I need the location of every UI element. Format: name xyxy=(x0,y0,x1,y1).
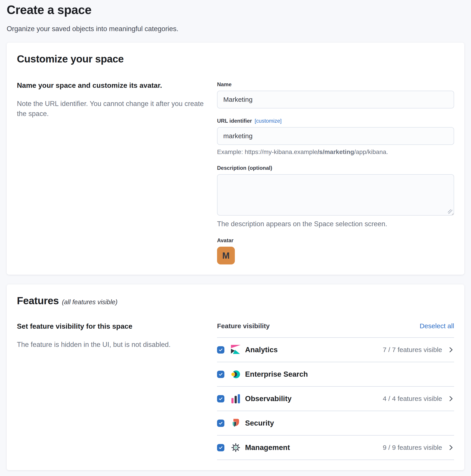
url-example-suffix: /app/kibana. xyxy=(354,149,388,155)
url-identifier-input[interactable] xyxy=(217,127,454,145)
avatar-field-group: Avatar M xyxy=(217,237,454,264)
check-icon xyxy=(218,445,223,450)
feature-row-security: Security xyxy=(217,411,454,435)
name-label: Name xyxy=(217,81,454,87)
check-icon xyxy=(218,372,223,377)
feature-list-column: Feature visibility Deselect all xyxy=(217,322,454,460)
feature-row-analytics[interactable]: Analytics 7 / 7 features visible xyxy=(217,338,454,362)
feature-count: 4 / 4 features visible xyxy=(383,395,442,402)
management-checkbox[interactable] xyxy=(217,444,224,451)
page-subtitle: Organize your saved objects into meaning… xyxy=(7,25,464,33)
customize-space-panel: Customize your space Name your space and… xyxy=(7,43,464,275)
features-title-note: (all features visible) xyxy=(62,298,118,306)
description-help: The description appears on the Space sel… xyxy=(217,220,454,228)
url-identifier-label: URL identifier xyxy=(217,118,252,124)
description-label: Description (optional) xyxy=(217,165,454,171)
url-example-bold: /s/marketing xyxy=(317,149,354,155)
feature-row-enterprise-search: Enterprise Search xyxy=(217,362,454,386)
security-checkbox[interactable] xyxy=(217,420,224,427)
chevron-right-icon[interactable] xyxy=(448,395,454,402)
feature-count: 7 / 7 features visible xyxy=(383,346,442,354)
security-shield-icon xyxy=(231,418,241,428)
customize-section-description: Note the URL identifier. You cannot chan… xyxy=(17,99,204,119)
enterprise-search-checkbox[interactable] xyxy=(217,371,224,378)
create-space-page: Create a space Organize your saved objec… xyxy=(0,0,471,470)
kibana-analytics-icon xyxy=(231,345,241,355)
observability-checkbox[interactable] xyxy=(217,395,224,402)
description-textarea[interactable] xyxy=(217,174,454,216)
avatar[interactable]: M xyxy=(217,247,235,264)
feature-row-observability[interactable]: Observability 4 / 4 features visible xyxy=(217,387,454,411)
feature-count: 9 / 9 features visible xyxy=(383,444,442,451)
management-gear-icon xyxy=(231,443,241,453)
avatar-label: Avatar xyxy=(217,237,454,244)
feature-row-management[interactable]: Management 9 / 9 features visible xyxy=(217,436,454,459)
check-icon xyxy=(218,396,223,401)
chevron-right-icon[interactable] xyxy=(448,347,454,353)
enterprise-search-icon xyxy=(231,369,241,379)
url-example-help: Example: https://my-kibana.example/s/mar… xyxy=(217,149,454,155)
url-field-group: URL identifier [customize] Example: http… xyxy=(217,118,454,155)
analytics-checkbox[interactable] xyxy=(217,346,224,354)
features-description-column: Set feature visibility for this space Th… xyxy=(17,322,217,460)
deselect-all-link[interactable]: Deselect all xyxy=(420,322,454,330)
feature-label: Security xyxy=(245,419,448,427)
chevron-right-icon[interactable] xyxy=(448,444,454,451)
features-section-description: The feature is hidden in the UI, but is … xyxy=(17,340,204,350)
features-panel-title: Features(all features visible) xyxy=(17,295,454,307)
feature-label: Management xyxy=(245,443,383,452)
name-field-group: Name xyxy=(217,81,454,108)
features-panel: Features(all features visible) Set featu… xyxy=(7,285,464,470)
feature-label: Analytics xyxy=(245,346,383,354)
observability-icon xyxy=(231,394,241,404)
features-title-text: Features xyxy=(17,295,59,306)
check-icon xyxy=(218,348,223,352)
divider xyxy=(217,459,454,460)
check-icon xyxy=(218,421,223,425)
customize-section-title: Name your space and customize its avatar… xyxy=(17,81,204,89)
space-name-input[interactable] xyxy=(217,91,454,108)
description-field-group: Description (optional) The description a… xyxy=(217,165,454,228)
customize-form-column: Name URL identifier [customize] Example:… xyxy=(217,81,454,264)
feature-visibility-header: Feature visibility xyxy=(217,322,270,330)
features-section-title: Set feature visibility for this space xyxy=(17,322,204,330)
url-example-prefix: Example: https://my-kibana.example xyxy=(217,149,317,155)
feature-label: Enterprise Search xyxy=(245,370,448,378)
customize-description-column: Name your space and customize its avatar… xyxy=(17,81,217,264)
feature-label: Observability xyxy=(245,394,383,403)
customize-url-link[interactable]: [customize] xyxy=(255,118,282,124)
customize-panel-title: Customize your space xyxy=(17,53,454,65)
page-title: Create a space xyxy=(7,3,464,17)
